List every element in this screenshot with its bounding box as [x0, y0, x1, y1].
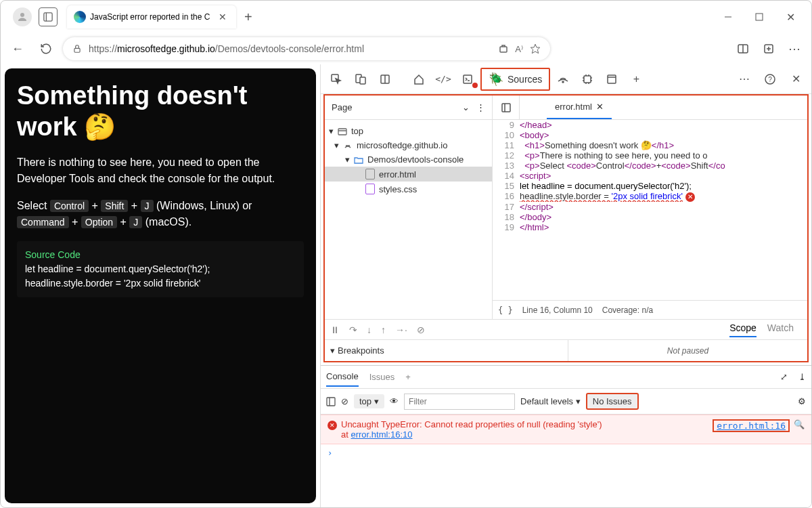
log-levels-dropdown[interactable]: Default levels ▾: [520, 396, 581, 406]
console-prompt[interactable]: ›: [321, 444, 811, 462]
svg-rect-15: [360, 77, 365, 84]
console-sidebar-toggle[interactable]: [326, 397, 336, 406]
favorite-button[interactable]: [530, 43, 541, 54]
error-icon: ✕: [328, 421, 337, 430]
breakpoints-pane[interactable]: ▾ Breakpoints: [325, 340, 568, 361]
edge-logo-icon: [74, 11, 86, 23]
console-drawer: Console Issues + ⤢ ⤓ ⊘ top ▾ 👁 Default l…: [321, 365, 811, 507]
svg-point-19: [562, 81, 564, 83]
dt-more-button[interactable]: ⋯: [733, 69, 756, 89]
inspect-icon[interactable]: [325, 69, 348, 89]
nav-host[interactable]: ▾ microsoftedge.github.io: [325, 138, 492, 152]
error-source-link[interactable]: error.html:16: [713, 419, 790, 432]
nav-file-styles-css[interactable]: styles.css: [325, 182, 492, 196]
svg-rect-29: [327, 398, 335, 406]
new-tab-button[interactable]: +: [236, 7, 261, 28]
svg-rect-21: [608, 75, 616, 83]
browser-titlebar: JavaScript error reported in the C ✕ + ✕: [1, 1, 811, 33]
svg-rect-27: [338, 129, 346, 135]
sources-panel: Page ⌄ ⋮ error.html ✕ ▾ top ▾ microsofte…: [323, 94, 809, 362]
console-filter-input[interactable]: [404, 394, 515, 410]
tab-close-button[interactable]: ✕: [216, 10, 229, 24]
page-content: Something doesn't work 🤔 There is nothin…: [5, 68, 316, 503]
close-window-button[interactable]: ✕: [775, 6, 806, 28]
window-controls: ✕: [713, 6, 806, 28]
bug-icon: 🪲: [489, 72, 503, 87]
collections-button[interactable]: [757, 37, 780, 60]
stack-link[interactable]: error.html:16:10: [351, 429, 412, 440]
editor-status: { } Line 16, Column 10 Coverage: n/a: [493, 300, 807, 319]
page-heading: Something doesn't work 🤔: [17, 81, 304, 142]
step-button[interactable]: →·: [395, 324, 407, 335]
network-tab[interactable]: [551, 69, 574, 89]
add-tab-button[interactable]: +: [625, 69, 648, 89]
address-bar[interactable]: https://microsoftedge.github.io/Demos/de…: [63, 37, 550, 60]
read-aloud-button[interactable]: A⁾: [515, 44, 523, 54]
code-editor[interactable]: 9</head> 10<body> 11 <h1>Something doesn…: [493, 120, 807, 319]
dock-icon[interactable]: [374, 69, 397, 89]
refresh-button[interactable]: [35, 37, 58, 60]
svg-rect-25: [502, 104, 510, 112]
sources-tab[interactable]: 🪲 Sources: [480, 68, 550, 91]
live-expression-button[interactable]: 👁: [390, 396, 399, 406]
devtools-tabbar: </> 🪲 Sources + ⋯ ? ✕: [321, 64, 811, 94]
error-stop-icon[interactable]: ✕: [685, 192, 695, 202]
lock-icon: [72, 44, 82, 54]
profile-button[interactable]: [13, 7, 32, 26]
not-paused-label: Not paused: [568, 340, 807, 361]
tab-actions-button[interactable]: [39, 7, 58, 26]
browser-tab[interactable]: JavaScript error reported in the C ✕: [67, 5, 236, 28]
svg-rect-4: [756, 14, 763, 20]
console-tab[interactable]: [456, 69, 479, 89]
nav-top[interactable]: ▾ top: [325, 124, 492, 138]
svg-rect-1: [44, 13, 52, 21]
drawer-collapse-button[interactable]: ⤓: [798, 372, 806, 382]
tab-title: JavaScript error reported in the C: [90, 12, 210, 22]
console-settings-button[interactable]: ⚙: [798, 396, 806, 406]
toggle-navigator-button[interactable]: [493, 96, 520, 119]
nav-file-error-html[interactable]: error.html: [325, 167, 492, 182]
pause-button[interactable]: ⏸: [330, 324, 340, 335]
drawer-issues-tab[interactable]: Issues: [369, 372, 395, 382]
browser-toolbar: ← https://microsoftedge.github.io/Demos/…: [1, 33, 811, 64]
close-file-icon[interactable]: ✕: [596, 102, 604, 112]
console-error-message[interactable]: ✕ Uncaught TypeError: Cannot read proper…: [321, 415, 811, 444]
deactivate-bp-button[interactable]: ⊘: [417, 324, 425, 335]
page-para2: Select Control + Shift + J (Windows, Lin…: [17, 198, 304, 230]
file-navigator: ▾ top ▾ microsoftedge.github.io ▾ Demos/…: [325, 120, 493, 319]
no-issues-badge[interactable]: No Issues: [586, 393, 639, 410]
menu-button[interactable]: ⋯: [783, 37, 806, 60]
step-over-button[interactable]: ↷: [349, 324, 357, 335]
split-screen-button[interactable]: [731, 37, 754, 60]
svg-marker-7: [531, 44, 539, 53]
devtools-panel: </> 🪲 Sources + ⋯ ? ✕ Page ⌄ ⋮: [320, 64, 811, 507]
svg-point-0: [20, 13, 24, 17]
drawer-dock-button[interactable]: ⤢: [780, 372, 788, 382]
step-into-button[interactable]: ↓: [367, 324, 371, 335]
svg-rect-6: [500, 47, 507, 52]
application-tab[interactable]: [600, 69, 623, 89]
console-clear-button[interactable]: ⊘: [341, 396, 348, 406]
nav-folder[interactable]: ▾ Demos/devtools-console: [325, 152, 492, 167]
drawer-add-tab[interactable]: +: [405, 372, 411, 382]
welcome-tab[interactable]: [407, 69, 430, 89]
search-icon[interactable]: 🔍: [794, 419, 805, 440]
device-icon[interactable]: [349, 69, 372, 89]
maximize-button[interactable]: [744, 6, 775, 28]
back-button[interactable]: ←: [6, 37, 29, 60]
dt-help-button[interactable]: ?: [759, 69, 782, 89]
editor-file-tab[interactable]: error.html ✕: [547, 96, 612, 119]
memory-tab[interactable]: [576, 69, 599, 89]
page-para1: There is nothing to see here, you need t…: [17, 154, 304, 187]
watch-tab[interactable]: Watch: [767, 322, 794, 337]
dt-close-button[interactable]: ✕: [784, 69, 807, 89]
shopping-icon[interactable]: [499, 44, 508, 54]
context-selector[interactable]: top ▾: [354, 394, 384, 408]
scope-tab[interactable]: Scope: [729, 322, 757, 337]
chevron-down-icon: ⌄: [462, 102, 470, 112]
elements-tab[interactable]: </>: [432, 69, 455, 89]
step-out-button[interactable]: ↑: [381, 324, 386, 335]
minimize-button[interactable]: [713, 6, 744, 28]
drawer-console-tab[interactable]: Console: [326, 367, 359, 387]
page-dropdown[interactable]: Page ⌄ ⋮: [325, 96, 493, 119]
